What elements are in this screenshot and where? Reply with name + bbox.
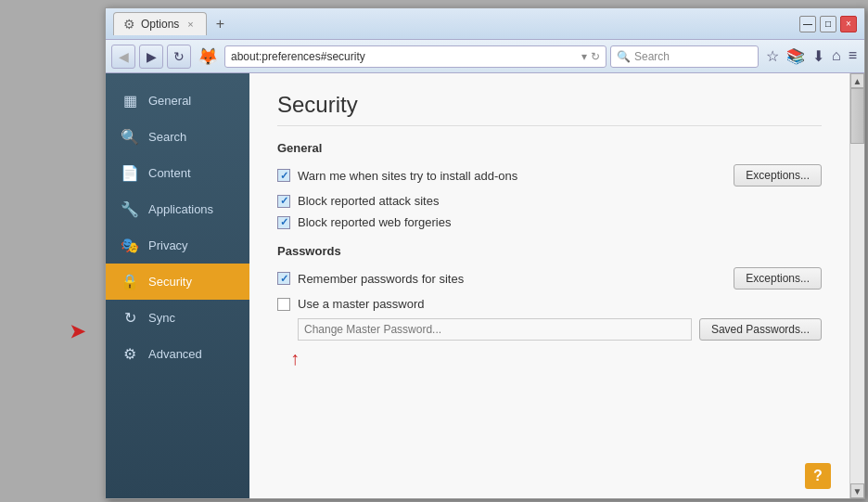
firefox-logo: 🦊 <box>198 46 218 67</box>
sidebar-label-content: Content <box>148 166 191 180</box>
checkbox-block-forgery[interactable] <box>277 216 290 229</box>
option-row-warn-addons: Warn me when sites try to install add-on… <box>277 164 822 187</box>
scrollbar-thumb[interactable] <box>850 88 864 144</box>
minimize-button[interactable]: — <box>799 16 816 32</box>
section-title-general: General <box>277 141 822 155</box>
option-row-master-password: Use a master password <box>277 297 822 311</box>
forward-button[interactable]: ▶ <box>139 45 163 69</box>
sidebar-item-applications[interactable]: 🔧 Applications <box>106 191 249 227</box>
download-icon[interactable]: ⬇ <box>811 45 826 67</box>
refresh-icon[interactable]: ↻ <box>591 50 600 63</box>
btn-exceptions-warn-addons[interactable]: Exceptions... <box>734 164 822 187</box>
address-bar[interactable]: about:preferences#security ▾ ↻ <box>224 45 606 68</box>
checkbox-block-attack[interactable] <box>277 195 290 208</box>
sidebar-label-general: General <box>148 94 191 108</box>
tab-title: Options <box>141 18 179 31</box>
close-button[interactable]: × <box>840 16 857 32</box>
option-row-remember-passwords: Remember passwords for sitesExceptions..… <box>277 267 822 290</box>
page-title: Security <box>277 92 822 126</box>
nav-bar: ◀ ▶ ↻ 🦊 about:preferences#security ▾ ↻ 🔍… <box>106 40 864 73</box>
label-block-forgery: Block reported web forgeries <box>298 215 822 229</box>
checkbox-remember-passwords[interactable] <box>277 272 290 285</box>
home-icon[interactable]: ⌂ <box>830 45 843 67</box>
arrow-indicator: ↑ <box>290 348 822 369</box>
active-tab[interactable]: ⚙ Options × <box>113 12 207 35</box>
search-bar[interactable]: 🔍 Search <box>610 45 759 68</box>
sidebar-label-advanced: Advanced <box>148 347 202 361</box>
option-row-block-forgery: Block reported web forgeries <box>277 215 822 229</box>
label-remember-passwords: Remember passwords for sites <box>298 272 726 286</box>
menu-icon[interactable]: ≡ <box>847 45 859 67</box>
advanced-icon: ⚙ <box>121 345 139 363</box>
scrollbar-track[interactable] <box>850 88 864 483</box>
sidebar-label-sync: Sync <box>148 311 175 325</box>
address-icons: ▾ ↻ <box>581 50 600 63</box>
content-area: SecurityGeneralWarn me when sites try to… <box>249 73 849 498</box>
security-icon: 🔒 <box>121 273 139 290</box>
btn-saved-passwords[interactable]: Saved Passwords... <box>699 318 822 341</box>
search-icon: 🔍 <box>121 128 139 146</box>
sidebar: ▦ General 🔍 Search 📄 Content 🔧 Applicati… <box>106 73 249 498</box>
privacy-icon: 🎭 <box>121 237 139 254</box>
btn-exceptions-remember-passwords[interactable]: Exceptions... <box>734 267 822 290</box>
gear-icon: ⚙ <box>123 17 135 32</box>
sidebar-item-advanced[interactable]: ⚙ Advanced <box>106 336 249 372</box>
option-row2-master-password: Saved Passwords... <box>298 318 822 341</box>
applications-icon: 🔧 <box>121 200 139 218</box>
content-icon: 📄 <box>121 164 139 182</box>
sidebar-label-security: Security <box>148 275 192 289</box>
address-text: about:preferences#security <box>231 50 578 63</box>
sidebar-label-search: Search <box>148 130 186 144</box>
title-bar: ⚙ Options × + — □ × <box>106 8 864 40</box>
reload-button[interactable]: ↻ <box>167 45 191 69</box>
input-master-password[interactable] <box>298 318 692 341</box>
sidebar-item-general[interactable]: ▦ General <box>106 83 249 119</box>
sidebar-item-sync[interactable]: ↻ Sync <box>106 300 249 336</box>
scrollbar-down-button[interactable]: ▼ <box>850 483 864 498</box>
sidebar-label-privacy: Privacy <box>148 238 188 252</box>
bookmark-icon[interactable]: ☆ <box>764 45 781 67</box>
label-master-password: Use a master password <box>298 297 822 311</box>
general-icon: ▦ <box>121 92 139 109</box>
main-area: ▦ General 🔍 Search 📄 Content 🔧 Applicati… <box>106 73 864 498</box>
back-button[interactable]: ◀ <box>111 45 135 69</box>
sidebar-label-applications: Applications <box>148 202 213 216</box>
option-row-block-attack: Block reported attack sites <box>277 194 822 208</box>
search-icon: 🔍 <box>617 50 631 63</box>
tab-close-button[interactable]: × <box>185 18 196 31</box>
dropdown-icon: ▾ <box>581 50 587 63</box>
scrollbar: ▲ ▼ <box>849 73 864 498</box>
checkbox-master-password[interactable] <box>277 298 290 311</box>
sidebar-item-content[interactable]: 📄 Content <box>106 155 249 191</box>
label-warn-addons: Warn me when sites try to install add-on… <box>298 169 726 183</box>
label-block-attack: Block reported attack sites <box>298 194 822 208</box>
checkbox-warn-addons[interactable] <box>277 169 290 182</box>
section-title-passwords: Passwords <box>277 244 822 258</box>
help-button[interactable]: ? <box>805 463 831 489</box>
sidebar-arrow-indicator: ➤ <box>70 320 85 342</box>
scrollbar-up-button[interactable]: ▲ <box>850 73 864 88</box>
search-label: Search <box>634 50 670 63</box>
window-controls: — □ × <box>799 16 857 32</box>
sidebar-item-security[interactable]: 🔒 Security <box>106 264 249 300</box>
sidebar-item-search[interactable]: 🔍 Search <box>106 119 249 155</box>
sidebar-item-privacy[interactable]: 🎭 Privacy <box>106 227 249 264</box>
new-tab-button[interactable]: + <box>211 14 230 34</box>
sync-icon: ↻ <box>121 309 139 327</box>
nav-icons: ☆ 📚 ⬇ ⌂ ≡ <box>764 45 859 67</box>
bookmarks-list-icon[interactable]: 📚 <box>785 45 807 67</box>
maximize-button[interactable]: □ <box>820 16 836 32</box>
